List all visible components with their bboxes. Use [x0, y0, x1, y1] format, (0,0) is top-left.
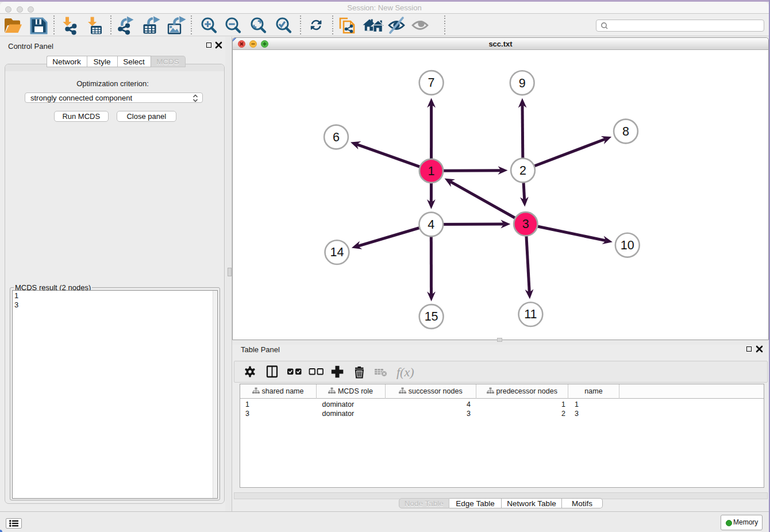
svg-text:1: 1 [428, 164, 435, 178]
svg-text:11: 11 [524, 307, 537, 321]
svg-text:15: 15 [425, 310, 438, 323]
svg-text:f(x): f(x) [396, 365, 414, 379]
svg-text:6: 6 [333, 130, 340, 144]
svg-text:3: 3 [522, 217, 529, 231]
svg-text:7: 7 [428, 76, 435, 90]
svg-text:2: 2 [519, 164, 526, 178]
svg-text:10: 10 [621, 238, 634, 252]
svg-text:8: 8 [622, 125, 629, 138]
svg-text:4: 4 [428, 218, 434, 232]
svg-text:14: 14 [330, 245, 344, 259]
svg-text:9: 9 [519, 76, 526, 90]
